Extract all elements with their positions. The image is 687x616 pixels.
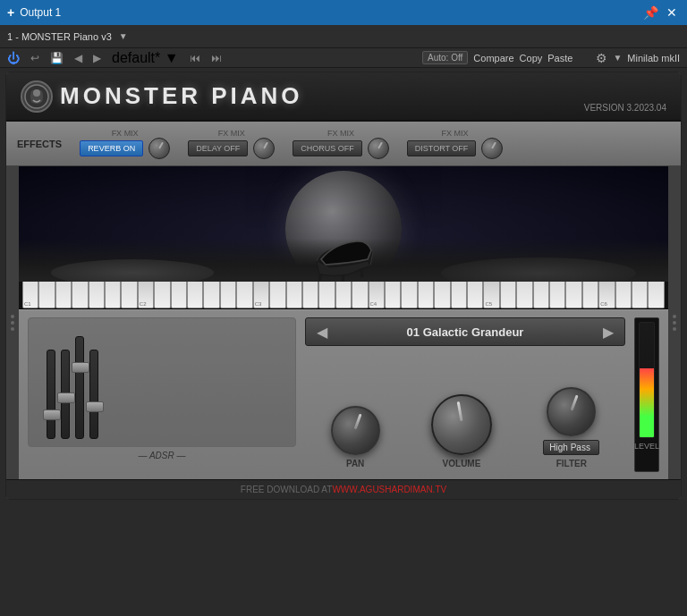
key-label-c1: C1 xyxy=(24,301,31,307)
fader-3-track[interactable] xyxy=(75,336,84,439)
key-label-c3: C3 xyxy=(255,301,262,307)
plugin-window: MONSTER PIANO VERSION 3.2023.04 EFFECTS … xyxy=(5,72,682,500)
svg-line-2 xyxy=(319,274,321,281)
device-label: Minilab mkII xyxy=(627,53,680,63)
fader-4-handle[interactable] xyxy=(86,401,104,412)
knobs-row: PAN VOLUME High Pass Low Pass xyxy=(305,353,625,472)
fader-3-group xyxy=(75,336,84,439)
loop-icon[interactable]: ↩ xyxy=(30,52,39,64)
adsr-label: — ADSR — xyxy=(139,451,186,460)
save-icon[interactable]: 💾 xyxy=(50,52,64,64)
fader-2-group xyxy=(61,350,70,439)
preset-prev-button[interactable]: ◀ xyxy=(313,324,331,341)
filter-dropdown[interactable]: High Pass Low Pass Band Pass xyxy=(543,440,599,455)
left-handle xyxy=(6,166,19,479)
volume-knob-group: VOLUME xyxy=(431,394,492,468)
filter-knob[interactable] xyxy=(547,387,596,436)
plugin-header: MONSTER PIANO VERSION 3.2023.04 xyxy=(6,72,681,122)
logo-text: MONSTER PIANO xyxy=(60,82,303,110)
logo-area: MONSTER PIANO xyxy=(21,80,303,113)
chorus-mix-knob[interactable] xyxy=(368,138,389,159)
preset-nav: ◀ 01 Galactic Grandeur ▶ xyxy=(305,317,625,346)
dropdown-arrow-icon[interactable]: ▼ xyxy=(119,31,128,41)
copy-button[interactable]: Copy xyxy=(520,53,543,63)
distort-button[interactable]: DISTORT OFF xyxy=(407,140,477,156)
fx-group-delay: FX MIX DELAY OFF xyxy=(188,129,275,159)
filter-label: FILTER xyxy=(556,459,587,468)
reverb-mix-knob[interactable] xyxy=(148,138,170,159)
pan-knob[interactable] xyxy=(331,406,380,455)
close-button[interactable]: ✕ xyxy=(664,4,680,21)
fx-mix-label-delay: FX MIX xyxy=(218,129,245,138)
fader-1-handle[interactable] xyxy=(43,409,61,420)
chorus-button[interactable]: CHORUS OFF xyxy=(293,140,362,156)
bottom-section: — ADSR — ◀ 01 Galactic Grandeur ▶ xyxy=(19,309,668,479)
footer-link[interactable]: WWW.AGUSHARDIMAN.TV xyxy=(332,485,446,494)
key-label-c2: C2 xyxy=(140,301,147,307)
compare-button[interactable]: Compare xyxy=(473,53,513,63)
dropdown-icon[interactable]: ▼ xyxy=(613,53,622,63)
footer: FREE DOWNLOAD AT WWW.AGUSHARDIMAN.TV xyxy=(6,479,681,499)
filter-knob-group: High Pass Low Pass Band Pass FILTER xyxy=(543,387,599,468)
fx-mix-label-chorus: FX MIX xyxy=(327,129,354,138)
svg-point-1 xyxy=(33,89,40,97)
fader-1-group xyxy=(47,350,55,439)
pin-button[interactable]: 📌 xyxy=(642,4,658,21)
transport-arrow-left[interactable]: ⏮ xyxy=(190,52,200,64)
title-bar: + Output 1 📌 ✕ xyxy=(0,0,687,25)
fx-group-reverb: FX MIX REVERB ON xyxy=(80,129,170,159)
fader-2-handle[interactable] xyxy=(57,392,75,403)
keyboard[interactable]: C1 C2 xyxy=(19,282,668,308)
fader-1-track[interactable] xyxy=(47,350,55,439)
volume-knob[interactable] xyxy=(431,394,492,455)
version-text: VERSION 3.2023.04 xyxy=(584,103,666,120)
transport-arrow-right[interactable]: ⏭ xyxy=(211,52,222,64)
preset-section: ◀ 01 Galactic Grandeur ▶ PAN xyxy=(305,317,625,472)
next-icon[interactable]: ▶ xyxy=(93,52,101,64)
auto-bar: ⏻ ↩ 💾 ◀ ▶ default* ▼ ⏮ ⏭ Auto: Off Compa… xyxy=(0,48,687,68)
preset-selector[interactable]: default* ▼ xyxy=(112,50,179,66)
key-label-c4: C4 xyxy=(370,301,377,307)
preset-next-button[interactable]: ▶ xyxy=(599,324,617,341)
track-bar: 1 - MONSTER Piano v3 ▼ xyxy=(0,25,687,48)
adsr-section: — ADSR — xyxy=(28,317,296,472)
prev-icon[interactable]: ◀ xyxy=(74,52,82,64)
fader-2-track[interactable] xyxy=(61,350,70,439)
title-text: Output 1 xyxy=(20,6,61,19)
effects-label: EFFECTS xyxy=(17,139,62,149)
piano-image: C1 C2 xyxy=(19,166,668,309)
volume-label: VOLUME xyxy=(443,459,481,468)
footer-text: FREE DOWNLOAD AT xyxy=(241,485,333,494)
right-handle xyxy=(668,166,681,479)
delay-button[interactable]: DELAY OFF xyxy=(188,140,248,156)
fader-4-track[interactable] xyxy=(89,350,98,439)
grand-piano-image xyxy=(303,234,384,283)
paste-button[interactable]: Paste xyxy=(547,53,572,63)
reverb-button[interactable]: REVERB ON xyxy=(80,140,143,156)
delay-mix-knob[interactable] xyxy=(253,138,275,159)
key-label-c5: C5 xyxy=(485,301,492,307)
fx-mix-label-distort: FX MIX xyxy=(442,129,469,138)
distort-mix-knob[interactable] xyxy=(481,138,503,159)
meter-track xyxy=(639,322,655,438)
plus-icon: + xyxy=(7,5,14,20)
svg-line-4 xyxy=(361,268,362,277)
fader-4-group xyxy=(89,350,98,439)
preset-name-display: 01 Galactic Grandeur xyxy=(331,325,599,339)
fx-group-distort: FX MIX DISTORT OFF xyxy=(407,129,504,159)
level-label: LEVEL xyxy=(634,442,659,451)
meter-fill xyxy=(640,368,654,437)
pan-knob-group: PAN xyxy=(331,406,380,468)
level-meter: LEVEL xyxy=(634,317,659,472)
gear-icon[interactable]: ⚙ xyxy=(596,51,607,65)
effects-bar: EFFECTS FX MIX REVERB ON FX MIX DELAY OF… xyxy=(6,122,681,166)
adsr-sliders xyxy=(28,317,296,447)
svg-line-3 xyxy=(343,275,344,282)
logo-icon xyxy=(21,80,53,113)
fader-3-handle[interactable] xyxy=(72,362,89,373)
fx-mix-label-reverb: FX MIX xyxy=(112,129,139,138)
preset-dropdown-icon: ▼ xyxy=(165,50,179,65)
pan-label: PAN xyxy=(346,459,364,468)
auto-off-badge: Auto: Off xyxy=(422,51,468,64)
power-icon[interactable]: ⏻ xyxy=(7,51,20,65)
